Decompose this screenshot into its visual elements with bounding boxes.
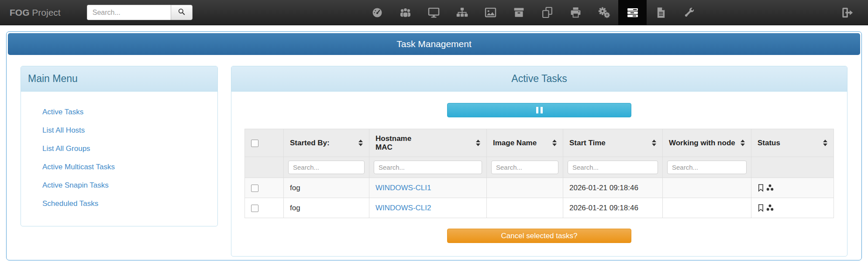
filter-checkbox-cell	[245, 157, 284, 178]
filter-working-with-node-input[interactable]	[667, 161, 747, 174]
select-all-checkbox[interactable]	[251, 140, 258, 147]
table-header-row: Started By: Hostname MAC	[245, 129, 834, 157]
menu-item-list-all-hosts[interactable]: List All Hosts	[21, 121, 217, 140]
menu-item-active-tasks[interactable]: Active Tasks	[21, 103, 217, 121]
cell-working-with-node	[663, 178, 751, 198]
col-working-with-node-label: Working with node	[669, 139, 735, 147]
sort-working-with-node[interactable]	[741, 140, 745, 146]
cancel-selected-tasks-button[interactable]: Cancel selected tasks?	[447, 229, 631, 243]
select-all-header	[245, 129, 284, 157]
images-icon	[484, 6, 497, 19]
sort-start-time[interactable]	[652, 140, 656, 146]
table-row: fog WINDOWS-CLI2 2026-01-21 09:18:46	[245, 198, 834, 218]
hostname-link[interactable]: WINDOWS-CLI1	[375, 184, 431, 192]
printer-icon	[569, 6, 582, 19]
nav-dashboard[interactable]	[363, 0, 391, 25]
table-filter-row	[245, 157, 834, 178]
col-working-with-node: Working with node	[663, 129, 751, 157]
row-checkbox[interactable]	[251, 205, 258, 212]
filter-hostname-input[interactable]	[374, 161, 482, 174]
sort-image-name[interactable]	[552, 140, 557, 146]
search-button[interactable]	[171, 5, 193, 20]
col-status-label: Status	[758, 139, 780, 147]
menu-item-scheduled-tasks[interactable]: Scheduled Tasks	[21, 195, 217, 213]
nav-service-settings[interactable]	[590, 0, 618, 25]
active-tasks-heading: Active Tasks	[231, 66, 847, 92]
row-checkbox[interactable]	[251, 185, 258, 192]
col-hostname: Hostname MAC	[369, 129, 487, 157]
nav-tasks[interactable]	[618, 0, 647, 25]
host-display-icon	[427, 6, 440, 19]
status-cell	[758, 184, 827, 192]
col-started-by: Started By:	[284, 129, 369, 157]
pause-button[interactable]	[447, 103, 631, 117]
col-image-name-label: Image Name	[493, 139, 537, 147]
sort-status[interactable]	[823, 140, 827, 146]
navbar-icon-menu	[363, 0, 703, 25]
users-icon	[399, 6, 412, 19]
nav-printers[interactable]	[561, 0, 590, 25]
filter-start-time-input[interactable]	[568, 161, 658, 174]
status-cell	[758, 204, 827, 212]
col-start-time-label: Start Time	[569, 139, 606, 147]
dashboard-icon	[371, 7, 383, 19]
cubes-icon	[765, 184, 775, 192]
nav-images[interactable]	[476, 0, 505, 25]
col-started-by-label: Started By:	[290, 139, 330, 147]
cubes-icon	[765, 204, 775, 212]
page-title: Task Management	[396, 39, 472, 49]
brand-bold: FOG	[10, 7, 30, 17]
nav-snapins[interactable]	[533, 0, 561, 25]
col-hostname-label: Hostname	[375, 134, 411, 143]
page-title-bar: Task Management	[8, 33, 860, 55]
main-menu-panel: Main Menu Active Tasks List All Hosts Li…	[21, 66, 218, 226]
active-tasks-table: Started By: Hostname MAC	[245, 129, 834, 218]
brand[interactable]: FOG Project	[10, 7, 61, 18]
nav-reports[interactable]	[647, 0, 675, 25]
filter-status-cell	[751, 157, 834, 178]
page-container: Task Management Main Menu Active Tasks L…	[6, 31, 862, 260]
navbar-search	[87, 5, 193, 20]
menu-item-list-all-groups[interactable]: List All Groups	[21, 140, 217, 158]
hostname-link[interactable]: WINDOWS-CLI2	[375, 204, 431, 212]
col-status: Status	[751, 129, 834, 157]
menu-item-active-snapin-tasks[interactable]: Active Snapin Tasks	[21, 176, 217, 195]
cell-start-time: 2026-01-21 09:18:46	[563, 178, 663, 198]
group-sitemap-icon	[456, 6, 468, 19]
sign-out-icon	[840, 6, 854, 19]
bookmark-icon	[758, 184, 764, 192]
nav-users[interactable]	[391, 0, 420, 25]
col-start-time: Start Time	[563, 129, 663, 157]
storage-box-icon	[513, 6, 525, 19]
sort-hostname[interactable]	[476, 140, 480, 146]
table-row: fog WINDOWS-CLI1 2026-01-21 09:18:46	[245, 178, 834, 198]
search-input[interactable]	[87, 5, 171, 20]
pause-icon	[536, 107, 543, 113]
nav-configuration[interactable]	[675, 0, 703, 25]
menu-item-active-multicast-tasks[interactable]: Active Multicast Tasks	[21, 158, 217, 176]
nav-groups[interactable]	[448, 0, 476, 25]
configuration-wrench-icon	[683, 6, 696, 19]
nav-hosts[interactable]	[420, 0, 448, 25]
main-menu-body: Active Tasks List All Hosts List All Gro…	[21, 92, 217, 226]
cell-working-with-node	[663, 198, 751, 218]
nav-signout[interactable]	[833, 0, 861, 25]
main-menu-heading: Main Menu	[21, 66, 217, 92]
filter-started-by-input[interactable]	[288, 161, 365, 174]
service-gears-icon	[598, 6, 610, 19]
col-mac-label: MAC	[375, 143, 411, 152]
cell-started-by: fog	[284, 198, 369, 218]
top-navbar: FOG Project	[0, 0, 868, 25]
report-file-icon	[655, 7, 667, 19]
tasks-icon	[626, 6, 639, 19]
nav-storage[interactable]	[505, 0, 533, 25]
bookmark-icon	[758, 204, 764, 212]
active-tasks-panel: Active Tasks	[231, 66, 847, 257]
active-tasks-body: Started By: Hostname MAC	[231, 92, 847, 256]
brand-rest: Project	[30, 7, 61, 17]
sort-started-by[interactable]	[358, 140, 363, 146]
cell-started-by: fog	[284, 178, 369, 198]
snapin-clone-icon	[541, 6, 554, 19]
cell-start-time: 2026-01-21 09:18:46	[563, 198, 663, 218]
filter-image-name-input[interactable]	[491, 161, 558, 174]
